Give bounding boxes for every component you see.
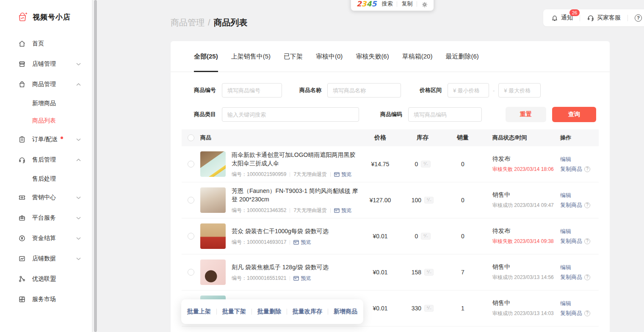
bulk-off-shelf-button[interactable]: 批量下架: [217, 308, 252, 315]
add-product-button[interactable]: 新增商品: [328, 308, 363, 315]
help-icon[interactable]: ?: [584, 238, 590, 244]
sidebar-item-label: 资金结算: [32, 234, 56, 242]
query-button[interactable]: 查询: [552, 107, 596, 122]
tab-off-shelf[interactable]: 已下架: [284, 41, 303, 72]
gear-icon[interactable]: [421, 1, 428, 8]
edit-link[interactable]: 编辑: [560, 264, 599, 271]
reset-button[interactable]: 重置: [506, 107, 546, 122]
product-name-input[interactable]: [327, 83, 401, 98]
edit-link[interactable]: 编辑: [560, 156, 599, 163]
chevron-down-icon: [76, 138, 81, 141]
sidebar-nav: 首页 店铺管理 商品管理 新增商: [0, 33, 92, 310]
sidebar-item-add-product[interactable]: 新增商品: [0, 95, 92, 112]
stock-edit-icon[interactable]: ⁺⁄₋: [424, 197, 434, 204]
category-input[interactable]: [222, 107, 359, 122]
edit-link[interactable]: 编辑: [560, 300, 599, 307]
sidebar-item-marketing-center[interactable]: 营销中心: [0, 187, 92, 208]
buyer-service-button[interactable]: 买家客服: [587, 14, 621, 22]
bulk-delete-button[interactable]: 批量删除: [252, 308, 287, 315]
product-image: [200, 187, 226, 213]
sidebar-item-label: 商品管理: [32, 81, 56, 88]
sidebar-item-product-list[interactable]: 商品列表: [0, 112, 92, 129]
status-label: 销售中: [492, 263, 560, 271]
stock-edit-icon[interactable]: ⁺⁄₋: [424, 305, 434, 312]
network-icon: [18, 275, 26, 283]
scrollbar-thumb[interactable]: [94, 0, 97, 332]
tab-drafts[interactable]: 草稿箱(20): [402, 41, 433, 72]
help-icon[interactable]: ?: [584, 166, 590, 172]
tab-review-failed[interactable]: 审核失败(6): [356, 41, 389, 72]
tab-recently-deleted[interactable]: 最近删除(6): [445, 41, 478, 72]
copy-product-link[interactable]: 复制商品?: [560, 201, 599, 209]
page-scrollbar[interactable]: [93, 0, 97, 332]
stock-edit-icon[interactable]: ⁺⁄₋: [421, 161, 430, 167]
ext-search-button[interactable]: 搜索: [381, 0, 392, 8]
stock-cell: 100: [412, 197, 421, 204]
preview-link[interactable]: 预览: [334, 171, 351, 178]
sidebar-item-preferred-alliance[interactable]: 优选联盟: [0, 269, 92, 289]
copy-product-link[interactable]: 复制商品?: [560, 237, 599, 245]
sidebar-item-home[interactable]: 首页: [0, 33, 92, 54]
help-icon[interactable]: ?: [635, 14, 642, 22]
table-row: 雨伞新款卡通创意可加LOGO晴雨遮阳两用黑胶太阳伞三折成人伞 编号：100000…: [182, 146, 599, 182]
ext-2345-logo: 2345: [357, 0, 376, 8]
row-checkbox[interactable]: [188, 233, 194, 240]
product-sn-input[interactable]: [222, 83, 282, 98]
status-detail: 审核失败 2023/03/14 18:06: [492, 166, 560, 173]
sidebar-item-platform-services[interactable]: 平台服务: [0, 208, 92, 228]
sidebar-item-shop-management[interactable]: 店铺管理: [0, 54, 92, 74]
row-checkbox[interactable]: [188, 197, 194, 204]
stock-edit-icon[interactable]: ⁺⁄₋: [421, 233, 430, 240]
buyer-service-label: 买家客服: [597, 14, 621, 22]
help-icon[interactable]: ?: [584, 310, 590, 316]
product-image: [200, 223, 226, 249]
copy-product-link[interactable]: 复制商品?: [560, 165, 599, 173]
table-row: 芳恩（Faunen）FN-T9003-1 简约风尚貂绒毯 摩登 200*230c…: [182, 182, 599, 218]
sales-cell: 0: [446, 233, 480, 240]
help-icon[interactable]: ?: [584, 274, 590, 280]
tab-on-sale[interactable]: 上架销售中(5): [231, 41, 271, 72]
row-checkbox[interactable]: [188, 161, 194, 167]
breadcrumb-section[interactable]: 商品管理: [171, 18, 205, 27]
product-sn: 编号：10000016551921: [232, 275, 286, 282]
sidebar-item-funds-settlement[interactable]: 资金结算: [0, 228, 92, 248]
notifications-button[interactable]: 通知 26: [551, 14, 573, 22]
product-title: 芸众 袋装杏仁干1000g每袋 袋数可选: [232, 227, 361, 235]
copy-product-link[interactable]: 复制商品?: [560, 310, 599, 317]
preview-icon: [293, 276, 299, 281]
status-cell: 销售中 审核成功 2023/03/13 14:56: [480, 263, 560, 281]
preview-link[interactable]: 预览: [334, 207, 351, 214]
price-max-input[interactable]: [498, 83, 541, 98]
tab-in-review[interactable]: 审核中(0): [316, 41, 343, 72]
edit-link[interactable]: 编辑: [560, 192, 599, 199]
sidebar-item-orders-delivery[interactable]: 订单/配送: [0, 129, 92, 150]
product-code-input[interactable]: [408, 107, 482, 122]
price-min-input[interactable]: [448, 83, 489, 98]
sidebar-item-aftersale-management[interactable]: 售后管理: [0, 150, 92, 170]
price-range-label: 价格区间: [420, 86, 442, 94]
help-icon[interactable]: ?: [584, 202, 590, 208]
sidebar-item-shop-data[interactable]: 店铺数据: [0, 248, 92, 269]
ext-copy-button[interactable]: 复制: [401, 0, 412, 8]
chevron-up-icon: [76, 159, 81, 162]
sidebar-item-label: 服务市场: [32, 296, 56, 303]
stock-cell: 0: [415, 233, 418, 240]
edit-link[interactable]: 编辑: [560, 228, 599, 235]
row-checkbox[interactable]: [188, 269, 194, 276]
select-all-checkbox[interactable]: [188, 134, 194, 141]
status-detail: 审核成功 2023/03/13 14:56: [492, 274, 560, 281]
product-sn-label: 商品编号: [194, 86, 216, 94]
stock-edit-icon[interactable]: ⁺⁄₋: [424, 269, 434, 276]
price-cell: ¥14.75: [361, 161, 399, 167]
sidebar-item-product-management[interactable]: 商品管理: [0, 74, 92, 95]
sidebar-item-service-market[interactable]: 服务市场: [0, 289, 92, 310]
bulk-edit-stock-button[interactable]: 批量改库存: [287, 308, 328, 315]
preview-link[interactable]: 预览: [293, 275, 311, 282]
app-logo[interactable]: 视频号小店: [0, 0, 92, 22]
copy-product-link[interactable]: 复制商品?: [560, 273, 599, 281]
preview-link[interactable]: 预览: [293, 239, 311, 246]
tab-all[interactable]: 全部(25): [194, 41, 218, 72]
sidebar-item-aftersale-handle[interactable]: 售后处理: [0, 170, 92, 187]
bulk-action-bar: 批量上架 批量下架 批量删除 批量改库存 新增商品: [181, 299, 363, 324]
bulk-on-shelf-button[interactable]: 批量上架: [182, 308, 216, 315]
